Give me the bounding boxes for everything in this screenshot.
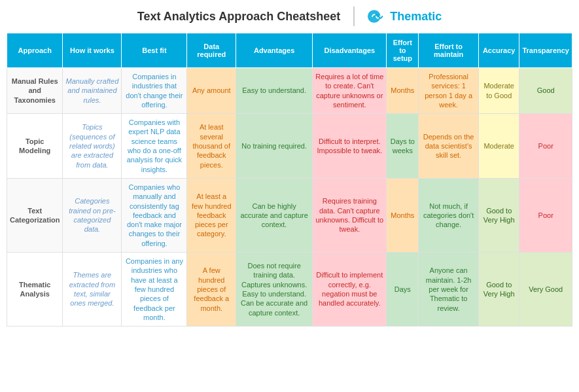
- table-header-row: Approach How it works Best fit Data requ…: [7, 33, 572, 68]
- col-header-effort-setup: Effort to setup: [387, 33, 419, 68]
- col-header-how: How it works: [63, 33, 122, 68]
- header: Text Analytics Approach Cheatsheet Thema…: [0, 0, 579, 33]
- cell-disadv: Difficult to interpret. Impossible to tw…: [313, 114, 387, 179]
- cell-data: A few hundred pieces of feedback a month…: [187, 253, 236, 327]
- cell-effort-maintain: Anyone can maintain. 1-2h per week for T…: [419, 253, 479, 327]
- logo: Thematic: [368, 7, 442, 26]
- cell-transparency: Good: [519, 68, 572, 114]
- cell-how: Categories trained on pre-categorized da…: [63, 178, 122, 252]
- header-divider: [353, 7, 355, 26]
- cell-data: At least a few hundred feedback pieces p…: [187, 178, 236, 252]
- cell-transparency: Very Good: [519, 253, 572, 327]
- cell-bestfit: Companies who manually and consistently …: [122, 178, 187, 252]
- cell-bestfit: Companies in industries that don't chang…: [122, 68, 187, 114]
- cell-adv: Does not require training data. Captures…: [236, 253, 313, 327]
- cell-approach: Thematic Analysis: [7, 253, 63, 327]
- cell-transparency: Poor: [519, 178, 572, 252]
- cell-how: Manually crafted and maintained rules.: [63, 68, 122, 114]
- cell-approach: Manual Rules and Taxonomies: [7, 68, 63, 114]
- cell-adv: Easy to understand.: [236, 68, 313, 114]
- col-header-approach: Approach: [7, 33, 63, 68]
- cell-accuracy: Good to Very High: [479, 253, 519, 327]
- cell-bestfit: Companies in any industries who have at …: [122, 253, 187, 327]
- cell-bestfit: Companies with expert NLP data science t…: [122, 114, 187, 179]
- cell-disadv: Difficult to implement correctly, e.g. n…: [313, 253, 387, 327]
- cell-adv: No training required.: [236, 114, 313, 179]
- col-header-disadv: Disadvantages: [313, 33, 387, 68]
- cell-effort-setup: Days to weeks: [387, 114, 419, 179]
- col-header-transparency: Transparency: [519, 33, 572, 68]
- logo-icon: [368, 7, 386, 26]
- cell-adv: Can be highly accurate and capture conte…: [236, 178, 313, 252]
- table-row: Text Categorization Categories trained o…: [7, 178, 572, 252]
- logo-text: Thematic: [390, 10, 442, 24]
- cell-approach: Text Categorization: [7, 178, 63, 252]
- cheatsheet-table: Approach How it works Best fit Data requ…: [7, 33, 572, 327]
- table-wrapper: Approach How it works Best fit Data requ…: [0, 33, 579, 333]
- cell-data: Any amount: [187, 68, 236, 114]
- cell-effort-maintain: Not much, if categories don't change.: [419, 178, 479, 252]
- cell-approach: Topic Modeling: [7, 114, 63, 179]
- cell-effort-setup: Months: [387, 68, 419, 114]
- col-header-accuracy: Accuracy: [479, 33, 519, 68]
- cell-effort-setup: Months: [387, 178, 419, 252]
- cell-accuracy: Moderate to Good: [479, 68, 519, 114]
- cell-accuracy: Moderate: [479, 114, 519, 179]
- cell-how: Topics (sequences of related words) are …: [63, 114, 122, 179]
- col-header-adv: Advantages: [236, 33, 313, 68]
- col-header-bestfit: Best fit: [122, 33, 187, 68]
- cell-effort-maintain: Professional services: 1 person 1 day a …: [419, 68, 479, 114]
- cell-how: Themes are extracted from text, similar …: [63, 253, 122, 327]
- page-title: Text Analytics Approach Cheatsheet: [137, 10, 340, 24]
- cell-effort-setup: Days: [387, 253, 419, 327]
- cell-transparency: Poor: [519, 114, 572, 179]
- table-row: Thematic Analysis Themes are extracted f…: [7, 253, 572, 327]
- col-header-effort-maintain: Effort to maintain: [419, 33, 479, 68]
- col-header-data: Data required: [187, 33, 236, 68]
- cell-accuracy: Good to Very High: [479, 178, 519, 252]
- cell-effort-maintain: Depends on the data scientist's skill se…: [419, 114, 479, 179]
- table-row: Topic Modeling Topics (sequences of rela…: [7, 114, 572, 179]
- cell-disadv: Requires training data. Can't capture un…: [313, 178, 387, 252]
- cell-data: At least several thousand of feedback pi…: [187, 114, 236, 179]
- table-row: Manual Rules and Taxonomies Manually cra…: [7, 68, 572, 114]
- cell-disadv: Requires a lot of time to create. Can't …: [313, 68, 387, 114]
